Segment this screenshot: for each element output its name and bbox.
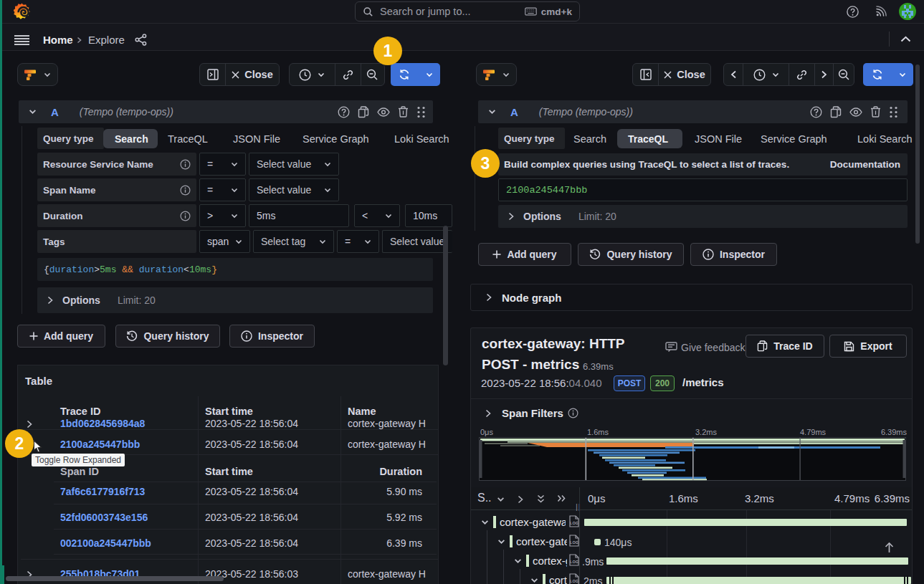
svg-text:LOG: LOG	[570, 560, 578, 564]
svg-text:LOG: LOG	[570, 579, 578, 583]
svg-text:LOG: LOG	[570, 540, 578, 545]
svg-text:LOG: LOG	[570, 521, 578, 525]
